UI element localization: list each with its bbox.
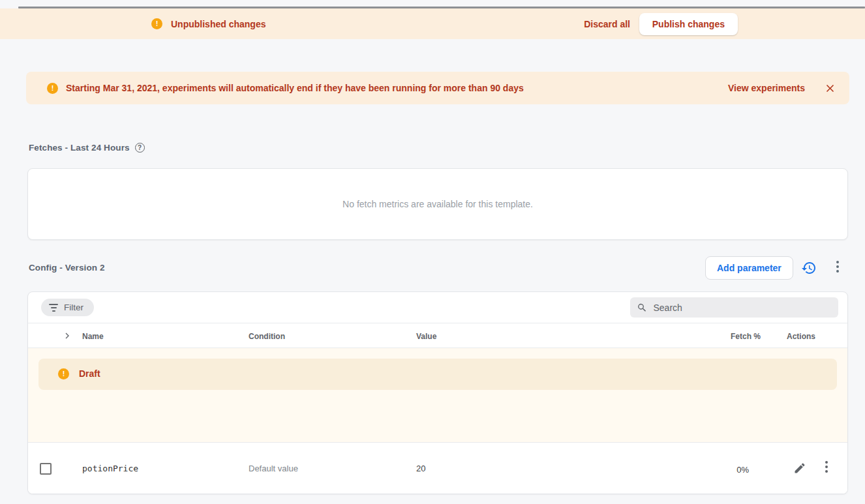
notice-message: Starting Mar 31, 2021, experiments will … bbox=[66, 83, 524, 93]
publish-changes-button[interactable]: Publish changes bbox=[639, 13, 738, 35]
fetch-metrics-empty-message: No fetch metrics are available for this … bbox=[342, 199, 533, 209]
add-parameter-button[interactable]: Add parameter bbox=[705, 256, 793, 280]
alert-icon: ! bbox=[58, 368, 69, 379]
filter-label: Filter bbox=[64, 303, 83, 312]
header-name: Name bbox=[82, 332, 104, 341]
parameter-name: potionPrice bbox=[82, 464, 138, 473]
version-history-icon[interactable] bbox=[801, 260, 817, 276]
config-section-title: Config - Version 2 bbox=[29, 263, 105, 273]
expand-all-chevron-icon[interactable] bbox=[62, 331, 72, 341]
alert-icon: ! bbox=[47, 83, 58, 94]
header-fetch-percent: Fetch % bbox=[693, 332, 761, 341]
row-checkbox[interactable] bbox=[40, 463, 52, 475]
fetches-title-label: Fetches - Last 24 Hours bbox=[29, 143, 130, 153]
discard-all-button[interactable]: Discard all bbox=[584, 8, 630, 39]
header-value: Value bbox=[416, 332, 436, 341]
table-row: potionPrice Default value 20 0% bbox=[28, 442, 847, 494]
search-box bbox=[630, 297, 838, 318]
draft-label: Draft bbox=[79, 368, 100, 379]
draft-banner: ! Draft bbox=[38, 359, 837, 390]
filter-icon bbox=[49, 304, 58, 312]
parameter-fetch-percent: 0% bbox=[693, 465, 749, 475]
parameter-value: 20 bbox=[416, 464, 425, 473]
row-overflow-menu-icon[interactable] bbox=[820, 461, 833, 475]
header-actions: Actions bbox=[787, 332, 815, 341]
table-toolbar: Filter bbox=[28, 292, 847, 323]
close-icon[interactable] bbox=[823, 82, 836, 95]
search-input[interactable] bbox=[653, 303, 832, 313]
alert-icon: ! bbox=[151, 18, 162, 29]
parameter-condition: Default value bbox=[249, 464, 298, 473]
experiments-notice-banner: ! Starting Mar 31, 2021, experiments wil… bbox=[26, 72, 849, 104]
fetches-section-title: Fetches - Last 24 Hours ? bbox=[29, 143, 145, 153]
unpublished-changes-banner: ! Unpublished changes Discard all Publis… bbox=[0, 8, 865, 39]
parameters-table-card: Filter Name Condition Value Fetch % Acti… bbox=[27, 291, 848, 494]
help-icon[interactable]: ? bbox=[135, 143, 145, 153]
search-icon bbox=[637, 302, 647, 314]
config-title-label: Config - Version 2 bbox=[29, 263, 105, 273]
filter-button[interactable]: Filter bbox=[41, 299, 94, 316]
draft-section: ! Draft moneyIncrease Default value 5 bbox=[28, 348, 847, 442]
header-condition: Condition bbox=[249, 332, 285, 341]
edit-icon[interactable] bbox=[793, 462, 806, 475]
fetch-metrics-card: No fetch metrics are available for this … bbox=[27, 168, 848, 240]
notice-message-group: ! Starting Mar 31, 2021, experiments wil… bbox=[47, 72, 524, 104]
view-experiments-link[interactable]: View experiments bbox=[728, 72, 805, 104]
config-overflow-menu-icon[interactable] bbox=[831, 261, 844, 275]
unpublished-status: ! Unpublished changes bbox=[151, 8, 266, 39]
table-header-row: Name Condition Value Fetch % Actions bbox=[28, 323, 847, 348]
unpublished-status-label: Unpublished changes bbox=[171, 19, 266, 29]
